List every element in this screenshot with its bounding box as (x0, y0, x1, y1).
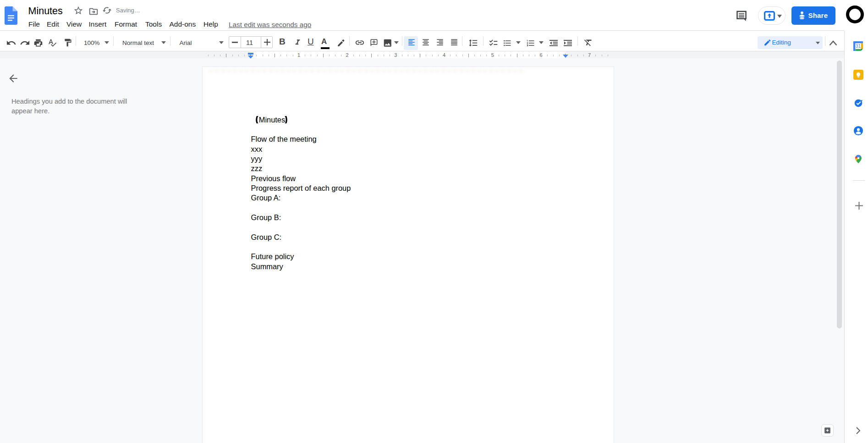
svg-text:31: 31 (856, 44, 861, 49)
